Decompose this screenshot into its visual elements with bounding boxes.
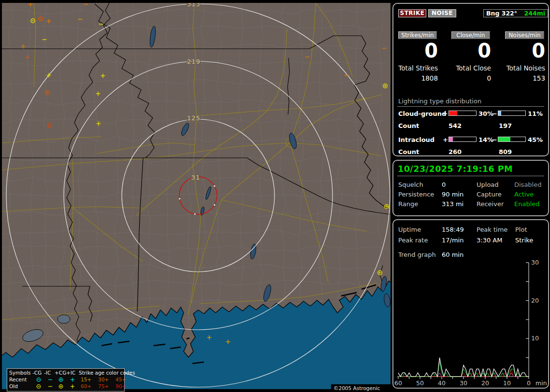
x-tick-label: 50: [416, 379, 424, 387]
strike-mode-button[interactable]: STRIKE: [398, 9, 426, 17]
field-3-30-am: 3:30 AM: [477, 237, 502, 244]
field-capture: Capture: [477, 191, 502, 198]
distribution-row-label: Cloud-ground: [398, 110, 446, 117]
negative-bar-fill: [498, 137, 510, 141]
legend-symbols-header: Symbols: [9, 370, 31, 376]
y-tick-label: 20: [531, 297, 539, 304]
datetime-display: 10/23/2025 7:19:16 PM: [398, 164, 513, 174]
rate-button-1[interactable]: Close/min: [451, 31, 490, 39]
positive-percent: 30%: [478, 110, 493, 117]
strike-cg--icon: [37, 378, 41, 382]
legend-type-header: -CG: [32, 370, 42, 376]
strike-ic+-icon: [71, 378, 74, 382]
minus-sign: −: [492, 110, 497, 117]
field-upload: Upload: [477, 181, 499, 188]
field-range: Range: [398, 200, 418, 208]
legend-age-header: Strike age color codes: [79, 370, 135, 376]
strike-cg+-icon: [59, 378, 63, 382]
field-90-min: 90 min: [442, 191, 463, 198]
count-label: Count: [398, 122, 419, 129]
map-view[interactable]: 31321912531 Symbols-CG-IC+CG+ICStrike ag…: [2, 3, 391, 389]
total-label-1: Total Close: [433, 64, 491, 72]
legend-age-value: 30+: [98, 377, 109, 382]
negative-bar-fill: [498, 111, 501, 115]
total-value-1: 0: [433, 74, 491, 82]
range-ring-label: 125: [187, 114, 201, 122]
legend-age-value: 75+: [98, 383, 109, 389]
negative-bar: [498, 137, 526, 142]
x-tick-label: 10: [503, 379, 511, 387]
ring-dot: [179, 198, 180, 199]
x-tick-label: 0: [527, 379, 531, 387]
positive-bar-fill: [449, 111, 457, 115]
field-persistence: Persistence: [398, 191, 434, 198]
positive-bar-fill: [449, 137, 453, 141]
field-active: Active: [514, 191, 534, 198]
distribution-title: Lightning type distribution: [398, 98, 481, 105]
plus-sign: +: [443, 110, 448, 117]
field-receiver: Receiver: [477, 200, 504, 208]
legend-age-value: 60+: [81, 383, 91, 389]
field-313-mi: 313 mi: [442, 200, 463, 208]
x-tick-label: 40: [438, 379, 446, 387]
minus-sign: −: [492, 136, 497, 143]
field-plot: Plot: [515, 226, 527, 233]
negative-percent: 11%: [528, 110, 543, 117]
field-0: 0: [442, 181, 446, 188]
range-ring-label: 219: [187, 58, 201, 65]
negative-count: 809: [499, 148, 512, 155]
legend-age-value: 90+: [116, 383, 126, 389]
plus-sign: +: [443, 136, 448, 143]
legend-row-label: Old: [9, 383, 18, 389]
field-squelch: Squelch: [398, 181, 423, 188]
total-label-0: Total Strikes: [380, 64, 438, 72]
rate-button-2[interactable]: Noises/min: [505, 31, 544, 39]
noise-mode-button[interactable]: NOISE: [428, 9, 456, 17]
total-value-0: 1808: [380, 74, 438, 82]
rate-value-0: 0: [404, 40, 438, 62]
divider: [397, 176, 544, 176]
field-enabled: Enabled: [514, 200, 540, 208]
y-tick-label: 30: [531, 259, 539, 266]
negative-count: 197: [499, 122, 512, 129]
positive-count: 542: [449, 122, 462, 129]
field-peak-time: Peak time: [477, 226, 507, 233]
positive-percent: 14%: [478, 136, 493, 143]
range-ring-label: 31: [191, 174, 201, 181]
field-disabled: Disabled: [514, 181, 541, 188]
negative-percent: 45%: [528, 136, 543, 143]
x-tick-label: 30: [460, 379, 467, 387]
app-window: 31321912531 Symbols-CG-IC+CG+ICStrike ag…: [0, 0, 550, 392]
legend-type-header: +IC: [66, 370, 75, 376]
legend-age-value: 15+: [81, 377, 91, 382]
negative-bar: [498, 111, 526, 116]
strike-ic+-icon: [71, 385, 74, 389]
range-ring-label: 313: [187, 3, 201, 8]
total-label-2: Total Noises: [487, 64, 545, 72]
legend-row-label: Recent: [9, 377, 27, 382]
total-value-2: 153: [487, 74, 545, 82]
lightning-map[interactable]: 31321912531: [2, 3, 391, 389]
rate-value-2: 0: [511, 40, 545, 62]
field-peak-rate: Peak rate: [398, 237, 428, 244]
distribution-row-label: Intracloud: [398, 136, 434, 143]
legend-type-header: +CG: [55, 370, 66, 376]
x-tick-label: 20: [481, 379, 489, 387]
status-panel: 10/23/2025 7:19:16 PM Squelch0UploadDisa…: [392, 160, 549, 216]
rate-button-0[interactable]: Strikes/min: [398, 31, 437, 39]
ring-dot: [214, 185, 215, 187]
strike-cg--icon: [37, 385, 41, 389]
x-axis-unit: min: [536, 379, 547, 387]
count-label: Count: [398, 148, 419, 155]
strike-cg+-icon: [59, 385, 63, 389]
field-17-min: 17/min: [442, 237, 463, 244]
divider: [397, 106, 544, 107]
positive-bar: [449, 137, 477, 142]
ring-dot: [214, 204, 215, 206]
field-strike: Strike: [515, 237, 533, 244]
field-158-49: 158:49: [442, 226, 464, 233]
strike-stats-panel: STRIKE NOISE Bng 322° 244mi Strikes/minC…: [392, 3, 549, 156]
bearing-range-value: 244mi: [524, 10, 545, 17]
positive-bar: [449, 111, 477, 116]
bearing-value: Bng 322°: [486, 10, 517, 17]
